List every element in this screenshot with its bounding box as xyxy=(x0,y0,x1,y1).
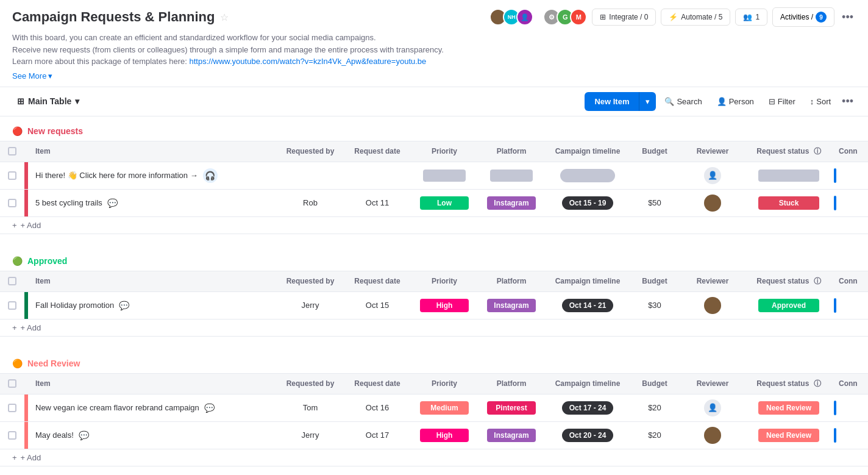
row-checkbox[interactable] xyxy=(0,166,24,185)
status-pill[interactable]: Need Review xyxy=(758,429,819,442)
cell-priority[interactable]: Medium xyxy=(411,396,478,420)
group-toggle-new-requests[interactable]: 🔴 xyxy=(12,126,23,136)
cell-platform[interactable]: Pinterest xyxy=(478,396,545,420)
row-checkbox[interactable] xyxy=(0,194,24,212)
priority-pill[interactable]: Medium xyxy=(420,401,469,415)
platform-pill[interactable]: Pinterest xyxy=(487,401,536,415)
avatar-3[interactable]: 👤 xyxy=(516,9,533,26)
platform-pill[interactable]: Instagram xyxy=(487,299,536,312)
platform-pill[interactable]: Instagram xyxy=(487,196,536,210)
header-checkbox[interactable] xyxy=(8,147,16,155)
col-checkbox xyxy=(0,272,24,290)
timeline-pill[interactable]: Oct 20 - 24 xyxy=(562,429,614,442)
cell-timeline[interactable]: Oct 20 - 24 xyxy=(545,424,630,447)
info-icon: ⓘ xyxy=(814,277,821,285)
person-button[interactable]: 👤 Person xyxy=(711,93,760,110)
conn-bar xyxy=(834,401,836,415)
cell-priority[interactable]: Low xyxy=(411,191,478,215)
search-button[interactable]: 🔍 Search xyxy=(658,93,708,110)
group-header-need-review: 🟠 Need Review xyxy=(0,349,868,373)
timeline-pill[interactable]: Oct 15 - 19 xyxy=(562,196,614,210)
col-request-status: Request status ⓘ xyxy=(746,141,831,162)
cell-status[interactable]: Need Review xyxy=(746,424,831,447)
status-pill[interactable]: Approved xyxy=(758,299,819,312)
toolbar-more-button[interactable]: ••• xyxy=(839,93,856,110)
comment-icon[interactable]: 💬 xyxy=(107,198,118,208)
cell-budget: $20 xyxy=(630,398,679,417)
group-toggle-approved[interactable]: 🟢 xyxy=(12,256,23,266)
row-checkbox[interactable] xyxy=(0,399,24,417)
priority-pill[interactable]: High xyxy=(420,429,469,442)
cell-platform[interactable]: Instagram xyxy=(478,294,545,317)
table-row: Hi there! 👋 Click here for more informat… xyxy=(0,162,868,190)
star-icon[interactable]: ☆ xyxy=(220,12,229,23)
cell-status[interactable]: Need Review xyxy=(746,396,831,420)
comment-icon[interactable]: 💬 xyxy=(204,403,215,413)
group-toggle-need-review[interactable]: 🟠 xyxy=(12,359,23,368)
description-link[interactable]: https://www.youtube.com/watch?v=kzIn4Vk_… xyxy=(190,57,427,66)
group-new-requests: 🔴 New requests Item Requested by Request… xyxy=(0,116,868,234)
col-headers-new-requests: Item Requested by Request date Priority … xyxy=(0,141,868,162)
new-item-dropdown-button[interactable]: ▾ xyxy=(639,92,656,111)
timeline-pill[interactable]: - xyxy=(560,169,615,182)
cell-timeline[interactable]: Oct 17 - 24 xyxy=(545,396,630,420)
timeline-pill[interactable]: Oct 14 - 21 xyxy=(562,299,614,312)
header-checkbox[interactable] xyxy=(8,379,16,388)
table-row: May deals! 💬 Jerry Oct 17 High Instagram… xyxy=(0,422,868,449)
sort-button[interactable]: ↕ Sort xyxy=(804,93,837,110)
col-campaign-timeline: Campaign timeline xyxy=(545,272,630,290)
cell-priority[interactable]: High xyxy=(411,294,478,317)
row-item-name[interactable]: New vegan ice cream flavor rebrand campa… xyxy=(28,397,277,419)
priority-pill[interactable]: High xyxy=(420,299,469,312)
cell-requested-by: Jerry xyxy=(277,426,344,445)
filter-button[interactable]: ⊟ Filter xyxy=(763,93,802,110)
priority-pill[interactable] xyxy=(423,170,466,182)
header-checkbox[interactable] xyxy=(8,277,16,285)
row-checkbox[interactable] xyxy=(0,296,24,315)
platform-pill[interactable] xyxy=(490,170,533,182)
activities-button[interactable]: Activities / 9 xyxy=(772,7,834,27)
row-checkbox[interactable] xyxy=(0,426,24,445)
comment-icon[interactable]: 💬 xyxy=(79,430,89,440)
status-pill[interactable]: Stuck xyxy=(758,196,819,210)
conn-bar xyxy=(834,196,836,210)
cell-platform[interactable]: Instagram xyxy=(478,424,545,447)
integrate-button[interactable]: ⊞ Integrate / 0 xyxy=(592,9,656,26)
automate-button[interactable]: ⚡ Automate / 5 xyxy=(661,9,730,26)
table-row: Fall Holiday promotion 💬 Jerry Oct 15 Hi… xyxy=(0,292,868,320)
col-conn: Conn xyxy=(831,272,868,290)
add-row-need-review[interactable]: + + Add xyxy=(0,449,868,466)
add-icon: + xyxy=(12,453,17,462)
header-more-button[interactable]: ••• xyxy=(839,9,856,26)
status-pill[interactable] xyxy=(758,170,819,182)
see-more[interactable]: See More ▾ xyxy=(0,70,65,87)
toolbar-left: ⊞ Main Table ▾ xyxy=(12,93,84,110)
avatar-6[interactable]: M xyxy=(570,9,587,26)
comment-icon[interactable]: 💬 xyxy=(119,301,129,310)
timeline-pill[interactable]: Oct 17 - 24 xyxy=(562,401,614,415)
group-title-need-review: Need Review xyxy=(27,359,80,368)
platform-pill[interactable]: Instagram xyxy=(487,429,536,442)
main-table-button[interactable]: ⊞ Main Table ▾ xyxy=(12,93,84,110)
cell-reviewer: 👤 xyxy=(679,162,746,189)
new-item-button[interactable]: New Item xyxy=(585,92,639,111)
priority-pill[interactable]: Low xyxy=(420,196,469,210)
row-item-name[interactable]: May deals! 💬 xyxy=(28,424,277,446)
add-row-approved[interactable]: + + Add xyxy=(0,320,868,337)
cell-priority[interactable]: High xyxy=(411,424,478,447)
cell-status[interactable]: Stuck xyxy=(746,191,831,215)
col-item-header: Item xyxy=(28,272,277,290)
row-item-name[interactable]: Fall Holiday promotion 💬 xyxy=(28,295,277,316)
cell-status[interactable]: Approved xyxy=(746,294,831,317)
cell-requested-by xyxy=(277,171,344,180)
reviewer-avatar xyxy=(704,195,721,212)
users-button[interactable]: 👥 1 xyxy=(735,9,767,26)
status-pill[interactable]: Need Review xyxy=(758,401,819,415)
row-item-name[interactable]: 5 best cycling trails 💬 xyxy=(28,192,277,214)
cell-platform[interactable]: Instagram xyxy=(478,191,545,215)
row-item-name[interactable]: Hi there! 👋 Click here for more informat… xyxy=(28,162,277,189)
cell-timeline[interactable]: Oct 15 - 19 xyxy=(545,191,630,215)
cell-timeline[interactable]: Oct 14 - 21 xyxy=(545,294,630,317)
cell-budget xyxy=(630,171,679,180)
add-row-new-requests[interactable]: + + Add xyxy=(0,217,868,234)
